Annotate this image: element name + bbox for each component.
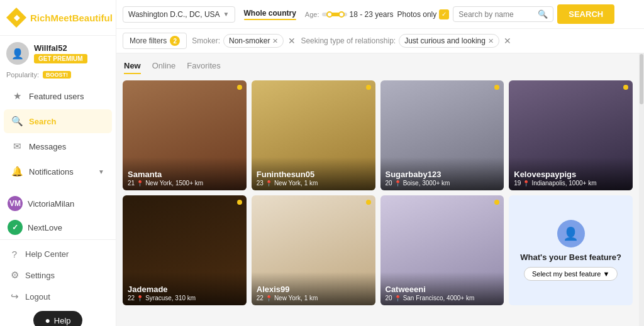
online-dot-6: [366, 200, 371, 205]
sidebar-item-featured[interactable]: ★ Featured users: [4, 84, 112, 108]
age-slider[interactable]: [322, 13, 347, 16]
photos-checkbox-icon: ✓: [439, 9, 449, 19]
whole-country-label: Whole country: [244, 9, 296, 18]
logo-text: RichMeetBeautiful: [30, 13, 113, 23]
help-circle-icon: ●: [45, 315, 50, 325]
scroll-track[interactable]: [639, 53, 644, 326]
age-filter: Age: 18 - 23 years: [305, 10, 394, 19]
online-dot-3: [494, 85, 499, 90]
search-input[interactable]: [458, 10, 535, 19]
seeking-chip-close-icon[interactable]: ✕: [488, 37, 494, 45]
location-icon-3: 📍: [394, 180, 401, 187]
filters-count-badge: 2: [170, 36, 180, 46]
chevron-down-icon: ▼: [98, 168, 104, 175]
tab-underline: [244, 19, 296, 20]
smoker-chip-close-icon[interactable]: ✕: [272, 37, 278, 45]
filters-bar: More filters 2 Smoker: Non-smoker ✕ ✕ Se…: [116, 29, 644, 53]
more-filters-button[interactable]: More filters 2: [123, 33, 187, 49]
whole-country-tab[interactable]: Whole country: [239, 6, 301, 23]
chevron-down-icon: ▼: [223, 11, 230, 18]
user-card-sugarbaby123[interactable]: Sugarbaby123 20 📍 Boise, 3000+ km: [380, 80, 504, 190]
card-overlay-6: Alexis99 22 📍 New York, 1 km: [252, 272, 375, 305]
age-thumb-right: [338, 11, 345, 18]
sidebar-item-victoriamilan[interactable]: VM VictoriaMilan: [0, 192, 116, 215]
best-feature-icon: 👤: [557, 220, 585, 247]
smoker-filter-clear-icon[interactable]: ✕: [288, 36, 296, 46]
help-button[interactable]: ● Help: [33, 311, 82, 326]
card-overlay-2: Funinthesun05 23 📍 New York, 1 km: [252, 157, 375, 190]
user-info: Willfal52 GET PREMIUM: [34, 43, 87, 63]
card-name-1: Samanta: [128, 170, 242, 179]
sidebar-item-notifications[interactable]: 🔔 Notifications ▼: [4, 160, 112, 183]
seeking-chip[interactable]: Just curious and looking ✕: [399, 34, 499, 48]
online-dot-4: [623, 85, 628, 90]
card-info-6: 22 📍 New York, 1 km: [257, 295, 370, 302]
popularity-bar: Popularity: BOOST!: [0, 68, 116, 84]
card-name-7: Catweeeni: [386, 285, 499, 294]
select-feature-button[interactable]: Select my best feature ▼: [524, 267, 618, 281]
best-feature-title: What's your Best feature?: [520, 253, 621, 262]
card-name-3: Sugarbaby123: [386, 170, 499, 179]
age-track: [322, 13, 347, 16]
sidebar-item-featured-label: Featured users: [29, 92, 84, 101]
sidebar: ◆ RichMeetBeautiful 👤 Willfal52 GET PREM…: [0, 0, 116, 326]
user-card-funinthesun05[interactable]: Funinthesun05 23 📍 New York, 1 km: [252, 80, 375, 190]
logo-area: ◆ RichMeetBeautiful: [0, 0, 116, 36]
tab-favorites[interactable]: Favorites: [187, 61, 220, 74]
user-card-catweeeni[interactable]: Catweeeni 20 📍 San Francisco, 4000+ km: [380, 195, 504, 305]
victoriamilan-icon: VM: [8, 196, 23, 211]
card-info-2: 23 📍 New York, 1 km: [257, 180, 370, 187]
main-content: Washington D.C., DC, USA ▼ Whole country…: [116, 0, 644, 326]
browse-tabs: New Online Favorites: [123, 58, 633, 74]
sidebar-item-messages[interactable]: ✉ Messages: [4, 134, 112, 158]
settings-icon: ⚙: [9, 269, 20, 281]
user-card-jademade[interactable]: Jademade 22 📍 Syracuse, 310 km: [123, 195, 247, 305]
user-card-alexis99[interactable]: Alexis99 22 📍 New York, 1 km: [252, 195, 375, 305]
sidebar-item-logout[interactable]: ↪ Logout: [0, 286, 116, 307]
photos-filter[interactable]: Photos only ✓: [397, 9, 450, 19]
card-name-2: Funinthesun05: [257, 170, 370, 179]
tab-online[interactable]: Online: [152, 61, 176, 74]
logo-diamond-icon: ◆: [6, 8, 26, 28]
boost-badge[interactable]: BOOST!: [43, 71, 71, 79]
sidebar-item-nextlove[interactable]: ✓ NextLove: [0, 215, 116, 239]
sidebar-item-settings[interactable]: ⚙ Settings: [0, 264, 116, 286]
smoker-value: Non-smoker: [229, 36, 270, 45]
sidebar-item-help-center[interactable]: ? Help Center: [0, 244, 116, 264]
bell-icon: 🔔: [11, 166, 23, 177]
card-name-5: Jademade: [128, 285, 242, 294]
search-button[interactable]: SEARCH: [557, 4, 614, 24]
seeking-filter-clear-icon[interactable]: ✕: [504, 36, 511, 46]
card-info-5: 22 📍 Syracuse, 310 km: [128, 295, 242, 302]
online-dot-7: [494, 200, 499, 205]
search-input-wrap: 🔍: [453, 6, 553, 22]
help-button-label: Help: [54, 316, 71, 325]
smoker-label: Smoker:: [192, 36, 220, 45]
sidebar-item-search[interactable]: 🔍 Search: [4, 109, 112, 133]
best-feature-card[interactable]: 👤 What's your Best feature? Select my be…: [509, 195, 633, 305]
user-card-samanta[interactable]: Samanta 21 📍 New York, 1500+ km: [123, 80, 247, 190]
logout-label: Logout: [25, 292, 50, 302]
messages-icon: ✉: [11, 141, 23, 152]
card-name-4: Kelovespaypigs: [514, 170, 628, 179]
smoker-chip[interactable]: Non-smoker ✕: [223, 34, 284, 48]
location-icon-6: 📍: [265, 295, 272, 302]
help-icon: ?: [9, 249, 20, 259]
tab-new[interactable]: New: [124, 61, 141, 74]
location-select[interactable]: Washington D.C., DC, USA ▼: [123, 6, 235, 23]
topbar: Washington D.C., DC, USA ▼ Whole country…: [116, 0, 644, 29]
more-filters-label: More filters: [130, 36, 167, 45]
premium-button[interactable]: GET PREMIUM: [34, 54, 87, 63]
nextlove-icon: ✓: [8, 220, 23, 235]
help-center-label: Help Center: [25, 249, 69, 259]
seeking-label: Seeking type of relationship:: [301, 36, 396, 45]
scroll-thumb: [640, 54, 643, 104]
age-range-value: 18 - 23 years: [350, 10, 394, 19]
victoriamilan-label: VictoriaMilan: [28, 199, 74, 209]
card-info-4: 19 📍 Indianapolis, 1000+ km: [514, 180, 628, 187]
content-area: New Online Favorites Samanta 21 📍 New Yo…: [116, 53, 644, 326]
user-card-kelovespaypigs[interactable]: Kelovespaypigs 19 📍 Indianapolis, 1000+ …: [509, 80, 633, 190]
seeking-value: Just curious and looking: [404, 36, 486, 45]
location-icon-4: 📍: [523, 180, 530, 187]
card-overlay-4: Kelovespaypigs 19 📍 Indianapolis, 1000+ …: [509, 157, 633, 190]
